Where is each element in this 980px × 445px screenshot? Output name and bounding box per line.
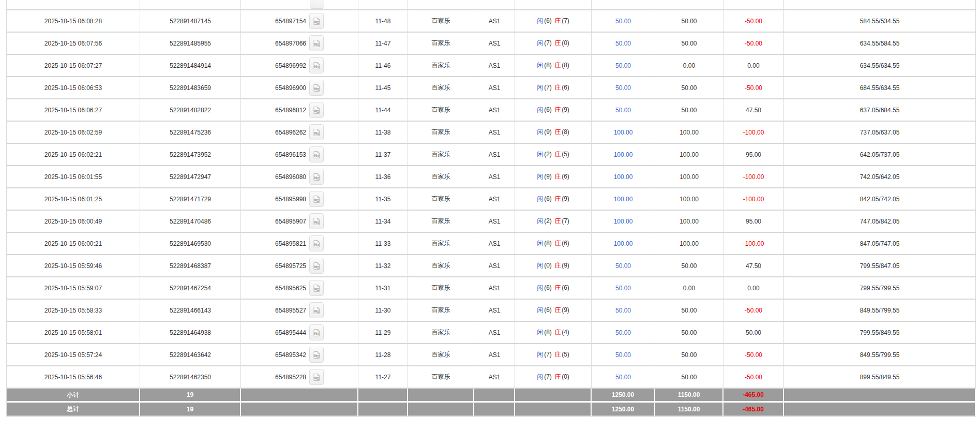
video-replay-icon[interactable]: [309, 235, 324, 251]
valid-amount-cell: 100.00: [655, 188, 723, 211]
bet-amount-link[interactable]: 50.00: [615, 262, 631, 270]
table-row-partial: [7, 0, 976, 10]
video-replay-icon[interactable]: [309, 146, 324, 162]
banker-points: (7): [561, 217, 570, 225]
bet-time-cell: 2025-10-15 05:56:46: [7, 366, 140, 389]
round-id-cell: 654895821: [241, 233, 358, 255]
video-replay-icon[interactable]: [309, 302, 324, 318]
valid-amount: 100.00: [680, 218, 699, 225]
bet-time-cell: 2025-10-15 06:07:56: [7, 33, 140, 55]
total-empty-cell: [408, 403, 474, 417]
bet-amount-link[interactable]: 50.00: [615, 307, 631, 314]
round-no: 11-30: [375, 307, 391, 314]
bet-time-cell: 2025-10-15 06:01:55: [7, 166, 140, 188]
valid-amount: 50.00: [681, 351, 697, 359]
banker-points: (6): [561, 240, 570, 247]
subtotal-empty-cell: [241, 389, 358, 403]
round-no-cell: 11-34: [358, 211, 408, 233]
bet-amount-link[interactable]: 50.00: [615, 18, 631, 25]
balance-after-before: 637.05/684.55: [860, 107, 900, 114]
round-id-cell: 654895998: [241, 188, 358, 211]
player-label: 闲: [536, 373, 544, 380]
video-replay-icon[interactable]: [309, 280, 324, 296]
bet-amount-cell: 100.00: [592, 166, 655, 188]
subtotal-empty-cell: [784, 389, 976, 403]
balance-cell: 634.55/584.55: [784, 33, 976, 55]
video-replay-icon[interactable]: [309, 324, 324, 340]
video-replay-icon[interactable]: [309, 213, 324, 229]
video-replay-icon[interactable]: [309, 57, 324, 73]
bet-amount-link[interactable]: 50.00: [615, 351, 631, 359]
balance-cell: 849.55/799.55: [784, 300, 976, 322]
bet-amount-link[interactable]: 50.00: [615, 329, 631, 336]
bet-amount-link[interactable]: 50.00: [615, 40, 631, 47]
bet-amount-link[interactable]: 100.00: [614, 129, 633, 136]
bet-amount-link[interactable]: 100.00: [614, 218, 633, 225]
valid-amount-cell: [655, 0, 723, 10]
round-no: 11-44: [375, 107, 391, 114]
valid-amount: 50.00: [681, 374, 697, 381]
bet-amount-link[interactable]: 100.00: [614, 240, 633, 247]
bet-amount-link[interactable]: 50.00: [615, 62, 631, 69]
bet-amount-cell: 50.00: [592, 255, 655, 277]
video-replay-icon[interactable]: [309, 347, 324, 363]
video-replay-icon[interactable]: [309, 13, 324, 29]
order-id-cell: 522891469530: [140, 233, 241, 255]
video-replay-icon[interactable]: [309, 102, 324, 118]
player-points: (6): [544, 106, 552, 113]
total-valid: 1150.00: [655, 403, 723, 417]
winloss-cell: -50.00: [723, 33, 784, 55]
valid-amount-cell: 0.00: [655, 277, 723, 300]
table-row: 2025-10-15 06:02:21 522891473952 6548961…: [7, 144, 976, 166]
bet-time: 2025-10-15 06:06:27: [44, 107, 102, 114]
banker-label: 庄: [554, 128, 561, 136]
total-empty-cell: [784, 403, 976, 417]
bet-amount-link[interactable]: 50.00: [615, 285, 631, 292]
order-id-cell: 522891484914: [140, 55, 241, 77]
table-code-cell: AS1: [474, 233, 515, 255]
round-no: 11-29: [375, 329, 391, 336]
round-id-cell: 654895725: [241, 255, 358, 277]
table-code: AS1: [489, 262, 501, 270]
bet-amount-link[interactable]: 100.00: [614, 196, 633, 203]
video-replay-icon[interactable]: [309, 169, 324, 185]
bet-time: 2025-10-15 06:02:21: [44, 151, 102, 158]
banker-label: 庄: [554, 173, 561, 180]
bet-amount-link[interactable]: 50.00: [615, 84, 631, 92]
game-result-cell: 闲(7) 庄(0): [515, 33, 592, 55]
banker-label: 庄: [554, 62, 561, 69]
valid-amount: 100.00: [680, 129, 699, 136]
bet-time-cell: [7, 0, 140, 10]
bet-amount-link[interactable]: 50.00: [615, 374, 631, 381]
winloss-cell: -50.00: [723, 77, 784, 99]
video-replay-icon[interactable]: [309, 191, 324, 207]
video-replay-icon[interactable]: [309, 80, 324, 96]
round-no-cell: 11-46: [358, 55, 408, 77]
order-id-cell: 522891487145: [140, 10, 241, 33]
game-type: 百家乐: [432, 240, 450, 247]
game-result-cell: 闲(7) 庄(6): [515, 77, 592, 99]
subtotal-empty-cell: [474, 389, 515, 403]
table-code: AS1: [489, 151, 501, 158]
bet-time: 2025-10-15 06:00:21: [44, 240, 102, 247]
bet-amount-link[interactable]: 100.00: [614, 173, 633, 181]
bet-amount-link[interactable]: 50.00: [615, 107, 631, 114]
bet-amount-link[interactable]: 100.00: [614, 151, 633, 158]
video-replay-icon[interactable]: [310, 0, 324, 9]
bet-time: 2025-10-15 06:01:55: [44, 173, 102, 181]
table-row: 2025-10-15 05:59:07 522891467254 6548956…: [7, 277, 976, 300]
table-code-cell: AS1: [474, 277, 515, 300]
winloss-amount: 0.00: [747, 62, 759, 69]
round-no: 11-32: [375, 262, 391, 270]
table-row: 2025-10-15 06:01:55 522891472947 6548960…: [7, 166, 976, 188]
bet-amount-cell: 100.00: [592, 233, 655, 255]
video-replay-icon[interactable]: [309, 35, 324, 51]
video-replay-icon[interactable]: [309, 258, 324, 274]
banker-label: 庄: [554, 106, 561, 113]
table-code-cell: AS1: [474, 144, 515, 166]
video-replay-icon[interactable]: [309, 124, 324, 140]
game-type: 百家乐: [432, 373, 450, 380]
balance-cell: 799.55/799.55: [784, 277, 976, 300]
order-id: 522891463642: [170, 351, 211, 359]
video-replay-icon[interactable]: [309, 369, 324, 385]
